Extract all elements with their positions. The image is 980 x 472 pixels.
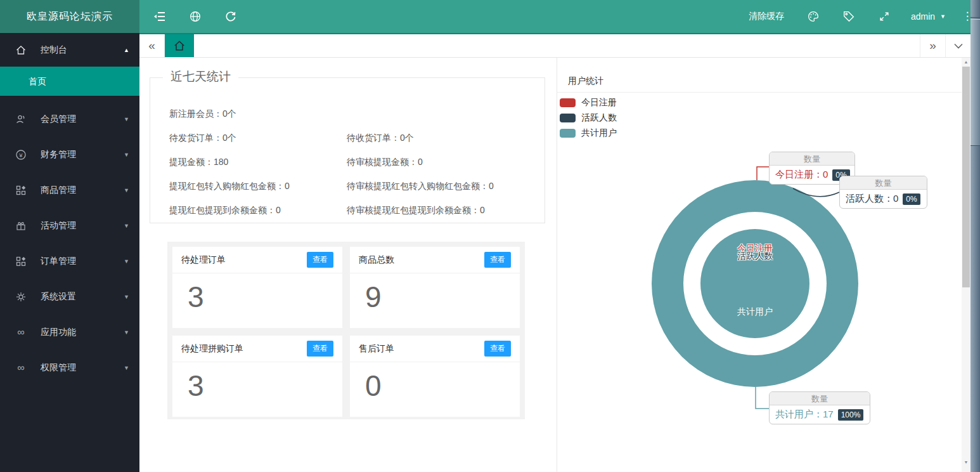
stat-value: 新注册会员：0个 [169, 108, 347, 120]
card-title: 待处理拼购订单 [181, 343, 243, 355]
grid-icon [15, 185, 27, 196]
sidebar-item-label: 商品管理 [41, 185, 76, 196]
sidebar-item-label: 活动管理 [41, 220, 76, 232]
view-button[interactable]: 查看 [307, 341, 333, 357]
card-header: 售后订单 查看 [350, 336, 520, 362]
content-scrollbar[interactable]: ▲ ▼ [962, 58, 970, 472]
gear-icon [15, 291, 27, 303]
chevron-down-icon [954, 43, 963, 49]
chevron-down-icon: ▼ [124, 365, 129, 371]
card-total-products: 商品总数 查看 9 [350, 247, 520, 328]
stat-value: 待审核提现金额：0 [347, 157, 423, 168]
card-aftersale-orders: 售后订单 查看 0 [350, 336, 520, 417]
pie-label-total: 共计用户 [737, 306, 773, 318]
app-logo: 欧皇源码论坛演示 [0, 0, 139, 33]
stat-value: 提现红包转入购物红包金额：0 [169, 181, 347, 192]
callout-header: 数量 [770, 392, 870, 405]
stat-value: 提现红包提现到余额金额：0 [169, 205, 347, 216]
globe-icon [188, 10, 202, 23]
leader-line-total [756, 387, 769, 409]
card-title: 商品总数 [359, 254, 394, 266]
theme-button[interactable] [796, 0, 831, 33]
kpi-cards-section: 待处理订单 查看 3 商品总数 查看 9 待处理拼购订单 查看 3 [167, 242, 525, 419]
card-header: 商品总数 查看 [350, 247, 520, 273]
card-pending-group-orders: 待处理拼购订单 查看 3 [172, 336, 342, 417]
tabbar-right-controls: » [920, 34, 970, 57]
callout-text: 活跃人数：0 [846, 193, 898, 205]
collapse-sidebar-button[interactable] [142, 0, 177, 33]
user-stats-panel: 用户统计 今日注册 活跃人数 共计用户 今日注 [557, 58, 962, 472]
callout-active: 数量 活跃人数：0 0% [839, 176, 927, 209]
menu-fold-icon [152, 9, 167, 24]
username: admin [911, 11, 935, 22]
refresh-icon [224, 10, 237, 23]
sidebar-item-finance[interactable]: ¥ 财务管理 ▼ [0, 137, 139, 173]
sidebar-item-console[interactable]: 控制台 ▲ [0, 33, 139, 67]
stats-row: 新注册会员：0个 [150, 102, 545, 126]
clear-cache-button[interactable]: 清除缓存 [737, 11, 796, 22]
card-pending-orders: 待处理订单 查看 3 [172, 247, 342, 328]
view-button[interactable]: 查看 [307, 252, 333, 268]
scroll-tabs-right-button[interactable]: » [920, 34, 945, 57]
chevron-down-icon: ▼ [940, 13, 946, 20]
sidebar-menu: 会员管理 ▼ ¥ 财务管理 ▼ 商品管理 ▼ 活动管理 ▼ [0, 102, 139, 386]
fullscreen-button[interactable] [867, 0, 902, 33]
chevron-down-icon: ▼ [124, 187, 129, 193]
callout-text: 今日注册：0 [775, 169, 828, 181]
card-title: 售后订单 [359, 343, 394, 355]
sidebar-item-members[interactable]: 会员管理 ▼ [0, 102, 139, 137]
sidebar-item-label: 权限管理 [41, 362, 76, 374]
window-scrollbar-thumb[interactable] [970, 19, 980, 146]
yen-circle-icon: ¥ [15, 149, 27, 161]
scroll-up-icon[interactable]: ▲ [962, 60, 970, 64]
scroll-down-icon[interactable]: ▼ [962, 460, 970, 464]
home-icon [15, 44, 27, 56]
tag-button[interactable] [831, 0, 867, 33]
tab-options-button[interactable] [945, 34, 970, 57]
main-content: 近七天统计 新注册会员：0个 待发货订单：0个 待收货订单：0个 提现金额：18… [139, 58, 962, 472]
card-value: 0 [350, 362, 520, 403]
topbar: 欧皇源码论坛演示 清除缓存 [0, 0, 980, 33]
tag-icon [842, 10, 856, 23]
window-scrollbar[interactable] [970, 0, 980, 472]
sidebar-item-settings[interactable]: 系统设置 ▼ [0, 279, 139, 315]
view-button[interactable]: 查看 [484, 341, 511, 357]
sidebar-item-label: 控制台 [41, 44, 67, 56]
tab-home[interactable] [165, 34, 194, 57]
user-menu[interactable]: admin ▼ [902, 11, 955, 22]
tabbar: « » [139, 33, 970, 58]
stats-row: 提现金额：180 待审核提现金额：0 [150, 150, 545, 174]
palette-icon [806, 10, 820, 23]
percent-badge: 0% [903, 193, 920, 205]
stats-row: 待发货订单：0个 待收货订单：0个 [150, 126, 545, 150]
sidebar-item-home[interactable]: 首页 [0, 67, 139, 96]
refresh-button[interactable] [213, 0, 248, 33]
scroll-tabs-left-button[interactable]: « [139, 34, 165, 57]
window-scrollbar-button[interactable] [970, 0, 980, 18]
stat-value: 提现金额：180 [169, 157, 347, 168]
sidebar-item-permissions[interactable]: ∞ 权限管理 ▼ [0, 350, 139, 386]
stats-rows: 新注册会员：0个 待发货订单：0个 待收货订单：0个 提现金额：180 待审核提… [150, 78, 545, 223]
user-stats-pie-chart [557, 58, 962, 472]
language-button[interactable] [177, 0, 213, 33]
card-header: 待处理订单 查看 [172, 247, 342, 273]
stats-row: 提现红包转入购物红包金额：0 待审核提现红包转入购物红包金额：0 [150, 174, 545, 199]
stat-value: 待收货订单：0个 [347, 133, 414, 144]
sidebar-item-activities[interactable]: 活动管理 ▼ [0, 208, 139, 244]
sidebar: 控制台 ▲ 首页 会员管理 ▼ ¥ 财务管理 ▼ 商品管理 ▼ [0, 33, 139, 472]
sidebar-item-app-features[interactable]: ∞ 应用功能 ▼ [0, 315, 139, 350]
sidebar-item-label: 订单管理 [41, 256, 76, 267]
callout-text: 共计用户：17 [775, 409, 834, 421]
sidebar-item-orders[interactable]: 订单管理 ▼ [0, 244, 139, 279]
kpi-cards-grid: 待处理订单 查看 3 商品总数 查看 9 待处理拼购订单 查看 3 [172, 247, 520, 417]
stat-value: 待审核提现红包提现到余额金额：0 [347, 205, 485, 216]
home-icon [173, 39, 186, 52]
chevron-up-icon: ▲ [124, 47, 129, 53]
stat-value: 待审核提现红包转入购物红包金额：0 [347, 181, 494, 192]
scrollbar-thumb[interactable] [962, 67, 970, 287]
sidebar-item-label: 会员管理 [41, 114, 76, 125]
sidebar-item-products[interactable]: 商品管理 ▼ [0, 173, 139, 208]
view-button[interactable]: 查看 [484, 252, 511, 268]
sidebar-item-label: 财务管理 [41, 149, 76, 161]
stats-row: 提现红包提现到余额金额：0 待审核提现红包提现到余额金额：0 [150, 199, 545, 223]
